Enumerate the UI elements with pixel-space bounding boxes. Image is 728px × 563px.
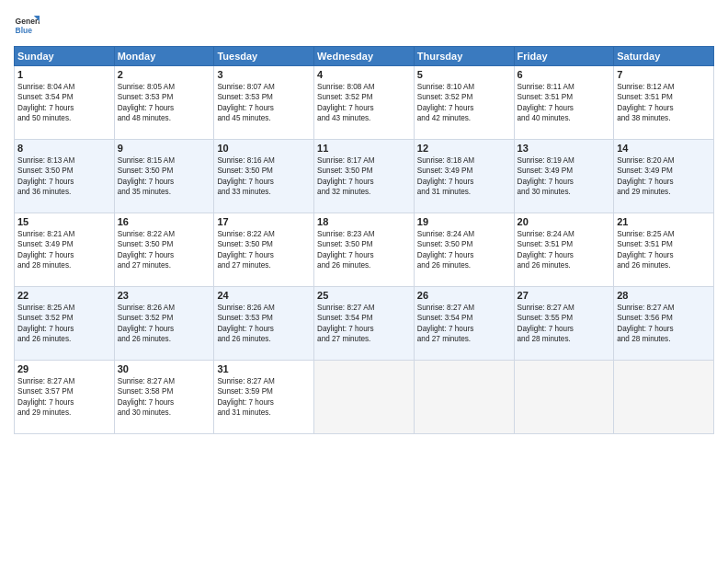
day-cell <box>514 361 614 434</box>
day-cell: 13Sunrise: 8:19 AMSunset: 3:49 PMDayligh… <box>514 140 614 213</box>
header-cell-wednesday: Wednesday <box>314 47 415 66</box>
day-details: Sunrise: 8:27 AMSunset: 3:58 PMDaylight:… <box>118 376 211 419</box>
svg-text:General: General <box>16 17 40 26</box>
day-details: Sunrise: 8:22 AMSunset: 3:50 PMDaylight:… <box>217 229 311 271</box>
week-row-4: 22Sunrise: 8:25 AMSunset: 3:52 PMDayligh… <box>15 287 714 361</box>
day-cell: 7Sunrise: 8:12 AMSunset: 3:51 PMDaylight… <box>614 66 714 140</box>
calendar-header: SundayMondayTuesdayWednesdayThursdayFrid… <box>15 47 714 66</box>
logo-icon: General Blue <box>14 13 40 39</box>
day-number: 7 <box>617 69 711 80</box>
calendar-body: 1Sunrise: 8:04 AMSunset: 3:54 PMDaylight… <box>15 66 714 434</box>
day-cell <box>414 361 514 434</box>
day-number: 11 <box>317 143 411 154</box>
day-cell: 28Sunrise: 8:27 AMSunset: 3:56 PMDayligh… <box>614 287 714 361</box>
day-number: 5 <box>417 69 511 80</box>
day-number: 23 <box>118 290 211 301</box>
week-row-3: 15Sunrise: 8:21 AMSunset: 3:49 PMDayligh… <box>15 213 714 287</box>
header-cell-tuesday: Tuesday <box>214 47 314 66</box>
day-cell: 3Sunrise: 8:07 AMSunset: 3:53 PMDaylight… <box>214 66 314 140</box>
logo: General Blue <box>14 13 41 39</box>
day-number: 21 <box>617 216 711 227</box>
day-cell: 1Sunrise: 8:04 AMSunset: 3:54 PMDaylight… <box>15 66 115 140</box>
day-cell: 2Sunrise: 8:05 AMSunset: 3:53 PMDaylight… <box>114 66 214 140</box>
day-details: Sunrise: 8:23 AMSunset: 3:50 PMDaylight:… <box>317 229 411 271</box>
day-number: 22 <box>17 290 111 301</box>
day-number: 13 <box>518 143 611 154</box>
calendar-table: SundayMondayTuesdayWednesdayThursdayFrid… <box>14 46 714 434</box>
day-number: 12 <box>417 143 511 154</box>
day-number: 30 <box>118 363 211 374</box>
day-cell: 24Sunrise: 8:26 AMSunset: 3:53 PMDayligh… <box>214 287 314 361</box>
day-number: 2 <box>118 69 211 80</box>
day-cell: 17Sunrise: 8:22 AMSunset: 3:50 PMDayligh… <box>214 213 314 287</box>
day-cell: 5Sunrise: 8:10 AMSunset: 3:52 PMDaylight… <box>414 66 514 140</box>
day-cell: 23Sunrise: 8:26 AMSunset: 3:52 PMDayligh… <box>114 287 214 361</box>
day-details: Sunrise: 8:12 AMSunset: 3:51 PMDaylight:… <box>617 82 711 124</box>
day-details: Sunrise: 8:26 AMSunset: 3:52 PMDaylight:… <box>118 303 211 345</box>
day-number: 8 <box>17 143 111 154</box>
day-details: Sunrise: 8:25 AMSunset: 3:52 PMDaylight:… <box>17 303 111 345</box>
day-number: 24 <box>217 290 311 301</box>
day-details: Sunrise: 8:25 AMSunset: 3:51 PMDaylight:… <box>617 229 711 271</box>
day-number: 1 <box>17 69 111 80</box>
day-number: 20 <box>518 216 611 227</box>
day-details: Sunrise: 8:27 AMSunset: 3:54 PMDaylight:… <box>417 303 511 345</box>
day-cell: 27Sunrise: 8:27 AMSunset: 3:55 PMDayligh… <box>514 287 614 361</box>
day-number: 31 <box>217 363 311 374</box>
day-details: Sunrise: 8:22 AMSunset: 3:50 PMDaylight:… <box>118 229 211 271</box>
week-row-1: 1Sunrise: 8:04 AMSunset: 3:54 PMDaylight… <box>15 66 714 140</box>
day-cell: 8Sunrise: 8:13 AMSunset: 3:50 PMDaylight… <box>15 140 115 213</box>
header: General Blue <box>14 9 714 39</box>
day-number: 15 <box>17 216 111 227</box>
day-cell <box>314 361 415 434</box>
week-row-2: 8Sunrise: 8:13 AMSunset: 3:50 PMDaylight… <box>15 140 714 213</box>
day-number: 17 <box>217 216 311 227</box>
day-number: 6 <box>518 69 611 80</box>
header-row: SundayMondayTuesdayWednesdayThursdayFrid… <box>15 47 714 66</box>
day-cell: 10Sunrise: 8:16 AMSunset: 3:50 PMDayligh… <box>214 140 314 213</box>
day-details: Sunrise: 8:07 AMSunset: 3:53 PMDaylight:… <box>217 82 311 124</box>
day-details: Sunrise: 8:16 AMSunset: 3:50 PMDaylight:… <box>217 155 311 198</box>
day-number: 14 <box>617 143 711 154</box>
day-number: 29 <box>17 363 111 374</box>
svg-text:Blue: Blue <box>16 26 33 35</box>
day-number: 3 <box>217 69 311 80</box>
day-details: Sunrise: 8:13 AMSunset: 3:50 PMDaylight:… <box>17 155 111 198</box>
day-number: 27 <box>518 290 611 301</box>
day-cell: 4Sunrise: 8:08 AMSunset: 3:52 PMDaylight… <box>314 66 415 140</box>
header-cell-saturday: Saturday <box>614 47 714 66</box>
day-details: Sunrise: 8:27 AMSunset: 3:54 PMDaylight:… <box>317 303 411 345</box>
day-details: Sunrise: 8:26 AMSunset: 3:53 PMDaylight:… <box>217 303 311 345</box>
day-cell: 21Sunrise: 8:25 AMSunset: 3:51 PMDayligh… <box>614 213 714 287</box>
day-details: Sunrise: 8:27 AMSunset: 3:56 PMDaylight:… <box>617 303 711 345</box>
day-cell: 31Sunrise: 8:27 AMSunset: 3:59 PMDayligh… <box>214 361 314 434</box>
day-cell: 6Sunrise: 8:11 AMSunset: 3:51 PMDaylight… <box>514 66 614 140</box>
day-details: Sunrise: 8:15 AMSunset: 3:50 PMDaylight:… <box>118 155 211 198</box>
day-cell: 18Sunrise: 8:23 AMSunset: 3:50 PMDayligh… <box>314 213 415 287</box>
header-cell-monday: Monday <box>114 47 214 66</box>
day-details: Sunrise: 8:20 AMSunset: 3:49 PMDaylight:… <box>617 155 711 198</box>
day-details: Sunrise: 8:08 AMSunset: 3:52 PMDaylight:… <box>317 82 411 124</box>
day-details: Sunrise: 8:05 AMSunset: 3:53 PMDaylight:… <box>118 82 211 124</box>
day-number: 10 <box>217 143 311 154</box>
day-number: 25 <box>317 290 411 301</box>
day-details: Sunrise: 8:27 AMSunset: 3:59 PMDaylight:… <box>217 376 311 419</box>
header-cell-thursday: Thursday <box>414 47 514 66</box>
day-details: Sunrise: 8:19 AMSunset: 3:49 PMDaylight:… <box>518 155 611 198</box>
day-cell: 22Sunrise: 8:25 AMSunset: 3:52 PMDayligh… <box>15 287 115 361</box>
day-details: Sunrise: 8:24 AMSunset: 3:50 PMDaylight:… <box>417 229 511 271</box>
day-number: 28 <box>617 290 711 301</box>
day-cell: 16Sunrise: 8:22 AMSunset: 3:50 PMDayligh… <box>114 213 214 287</box>
day-cell <box>614 361 714 434</box>
day-details: Sunrise: 8:21 AMSunset: 3:49 PMDaylight:… <box>17 229 111 271</box>
day-number: 4 <box>317 69 411 80</box>
day-cell: 30Sunrise: 8:27 AMSunset: 3:58 PMDayligh… <box>114 361 214 434</box>
day-details: Sunrise: 8:27 AMSunset: 3:55 PMDaylight:… <box>518 303 611 345</box>
day-cell: 14Sunrise: 8:20 AMSunset: 3:49 PMDayligh… <box>614 140 714 213</box>
header-cell-sunday: Sunday <box>15 47 115 66</box>
day-number: 16 <box>118 216 211 227</box>
day-details: Sunrise: 8:18 AMSunset: 3:49 PMDaylight:… <box>417 155 511 198</box>
day-cell: 12Sunrise: 8:18 AMSunset: 3:49 PMDayligh… <box>414 140 514 213</box>
day-details: Sunrise: 8:11 AMSunset: 3:51 PMDaylight:… <box>518 82 611 124</box>
header-cell-friday: Friday <box>514 47 614 66</box>
